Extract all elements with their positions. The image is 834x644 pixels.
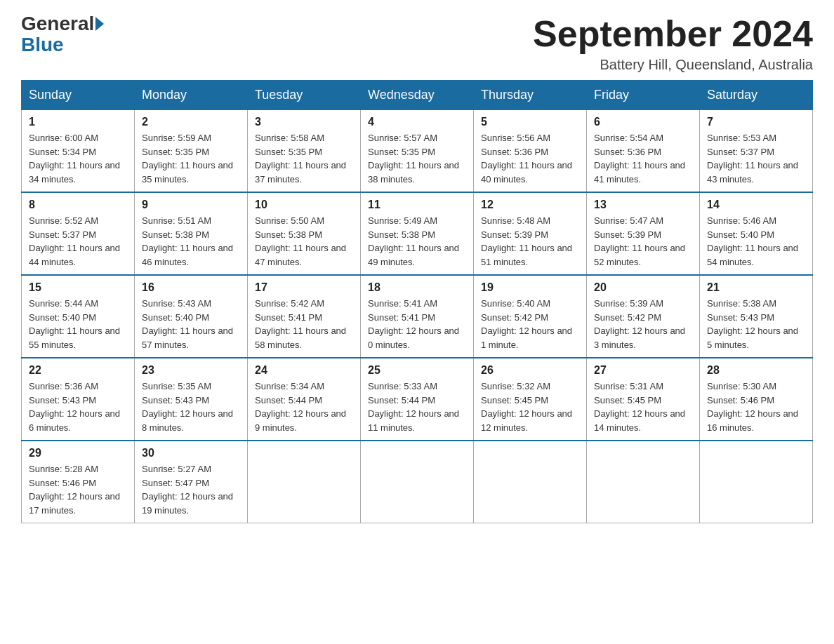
day-number: 23 [142,364,240,377]
calendar-day-cell: 17 Sunrise: 5:42 AMSunset: 5:41 PMDaylig… [248,275,361,358]
day-number: 18 [368,281,466,294]
day-info: Sunrise: 5:32 AMSunset: 5:45 PMDaylight:… [481,380,579,434]
day-info: Sunrise: 5:49 AMSunset: 5:38 PMDaylight:… [368,214,466,269]
calendar-header-saturday: Saturday [700,81,813,110]
location-text: Battery Hill, Queensland, Australia [533,57,813,73]
calendar-day-cell [248,441,361,523]
day-number: 26 [481,364,579,377]
calendar-day-cell [700,441,813,523]
day-info: Sunrise: 5:39 AMSunset: 5:42 PMDaylight:… [594,297,692,351]
day-number: 9 [142,199,240,211]
calendar-day-cell: 11 Sunrise: 5:49 AMSunset: 5:38 PMDaylig… [361,192,474,275]
calendar-day-cell: 22 Sunrise: 5:36 AMSunset: 5:43 PMDaylig… [22,358,135,441]
logo: General Blue [21,14,105,56]
day-info: Sunrise: 5:38 AMSunset: 5:43 PMDaylight:… [707,297,805,351]
day-info: Sunrise: 5:43 AMSunset: 5:40 PMDaylight:… [142,297,240,351]
day-info: Sunrise: 5:35 AMSunset: 5:43 PMDaylight:… [142,380,240,434]
day-number: 5 [481,116,579,128]
calendar-week-row: 8 Sunrise: 5:52 AMSunset: 5:37 PMDayligh… [22,192,813,275]
calendar-day-cell: 9 Sunrise: 5:51 AMSunset: 5:38 PMDayligh… [135,192,248,275]
day-info: Sunrise: 5:53 AMSunset: 5:37 PMDaylight:… [707,131,805,186]
calendar-table: SundayMondayTuesdayWednesdayThursdayFrid… [21,80,813,523]
day-info: Sunrise: 5:48 AMSunset: 5:39 PMDaylight:… [481,214,579,269]
calendar-day-cell: 19 Sunrise: 5:40 AMSunset: 5:42 PMDaylig… [474,275,587,358]
day-number: 20 [594,281,692,294]
month-title: September 2024 [533,14,813,54]
day-number: 1 [29,116,127,128]
day-info: Sunrise: 5:59 AMSunset: 5:35 PMDaylight:… [142,131,240,186]
day-number: 2 [142,116,240,128]
day-info: Sunrise: 5:27 AMSunset: 5:47 PMDaylight:… [142,462,240,517]
day-info: Sunrise: 5:40 AMSunset: 5:42 PMDaylight:… [481,297,579,351]
day-number: 11 [368,199,466,211]
day-number: 21 [707,281,805,294]
day-info: Sunrise: 5:50 AMSunset: 5:38 PMDaylight:… [255,214,353,269]
calendar-day-cell: 3 Sunrise: 5:58 AMSunset: 5:35 PMDayligh… [248,110,361,193]
calendar-day-cell: 26 Sunrise: 5:32 AMSunset: 5:45 PMDaylig… [474,358,587,441]
calendar-header-tuesday: Tuesday [248,81,361,110]
calendar-day-cell: 21 Sunrise: 5:38 AMSunset: 5:43 PMDaylig… [700,275,813,358]
day-info: Sunrise: 5:54 AMSunset: 5:36 PMDaylight:… [594,131,692,186]
day-number: 15 [29,281,127,294]
calendar-day-cell: 23 Sunrise: 5:35 AMSunset: 5:43 PMDaylig… [135,358,248,441]
calendar-day-cell: 2 Sunrise: 5:59 AMSunset: 5:35 PMDayligh… [135,110,248,193]
day-number: 30 [142,447,240,459]
calendar-day-cell [587,441,700,523]
day-number: 8 [29,199,127,211]
calendar-day-cell: 13 Sunrise: 5:47 AMSunset: 5:39 PMDaylig… [587,192,700,275]
day-number: 12 [481,199,579,211]
calendar-day-cell: 16 Sunrise: 5:43 AMSunset: 5:40 PMDaylig… [135,275,248,358]
day-info: Sunrise: 5:51 AMSunset: 5:38 PMDaylight:… [142,214,240,269]
calendar-day-cell: 12 Sunrise: 5:48 AMSunset: 5:39 PMDaylig… [474,192,587,275]
day-number: 13 [594,199,692,211]
calendar-header-wednesday: Wednesday [361,81,474,110]
calendar-day-cell: 8 Sunrise: 5:52 AMSunset: 5:37 PMDayligh… [22,192,135,275]
day-info: Sunrise: 5:57 AMSunset: 5:35 PMDaylight:… [368,131,466,186]
day-info: Sunrise: 5:58 AMSunset: 5:35 PMDaylight:… [255,131,353,186]
calendar-day-cell: 27 Sunrise: 5:31 AMSunset: 5:45 PMDaylig… [587,358,700,441]
calendar-header-thursday: Thursday [474,81,587,110]
day-info: Sunrise: 5:31 AMSunset: 5:45 PMDaylight:… [594,380,692,434]
calendar-day-cell: 18 Sunrise: 5:41 AMSunset: 5:41 PMDaylig… [361,275,474,358]
calendar-week-row: 29 Sunrise: 5:28 AMSunset: 5:46 PMDaylig… [22,441,813,523]
calendar-day-cell: 24 Sunrise: 5:34 AMSunset: 5:44 PMDaylig… [248,358,361,441]
calendar-week-row: 15 Sunrise: 5:44 AMSunset: 5:40 PMDaylig… [22,275,813,358]
day-info: Sunrise: 5:41 AMSunset: 5:41 PMDaylight:… [368,297,466,351]
day-number: 4 [368,116,466,128]
calendar-day-cell [474,441,587,523]
calendar-week-row: 22 Sunrise: 5:36 AMSunset: 5:43 PMDaylig… [22,358,813,441]
day-number: 29 [29,447,127,459]
day-info: Sunrise: 6:00 AMSunset: 5:34 PMDaylight:… [29,131,127,186]
day-info: Sunrise: 5:56 AMSunset: 5:36 PMDaylight:… [481,131,579,186]
day-info: Sunrise: 5:52 AMSunset: 5:37 PMDaylight:… [29,214,127,269]
day-number: 14 [707,199,805,211]
page-header: General Blue September 2024 Battery Hill… [21,14,813,73]
calendar-header-row: SundayMondayTuesdayWednesdayThursdayFrid… [22,81,813,110]
day-info: Sunrise: 5:46 AMSunset: 5:40 PMDaylight:… [707,214,805,269]
calendar-week-row: 1 Sunrise: 6:00 AMSunset: 5:34 PMDayligh… [22,110,813,193]
calendar-header-monday: Monday [135,81,248,110]
day-number: 16 [142,281,240,294]
calendar-day-cell: 4 Sunrise: 5:57 AMSunset: 5:35 PMDayligh… [361,110,474,193]
calendar-day-cell: 15 Sunrise: 5:44 AMSunset: 5:40 PMDaylig… [22,275,135,358]
day-info: Sunrise: 5:34 AMSunset: 5:44 PMDaylight:… [255,380,353,434]
day-number: 6 [594,116,692,128]
calendar-day-cell: 30 Sunrise: 5:27 AMSunset: 5:47 PMDaylig… [135,441,248,523]
day-number: 22 [29,364,127,377]
day-number: 25 [368,364,466,377]
day-number: 24 [255,364,353,377]
calendar-day-cell: 10 Sunrise: 5:50 AMSunset: 5:38 PMDaylig… [248,192,361,275]
logo-general-text: General [21,14,94,34]
day-number: 17 [255,281,353,294]
calendar-header-friday: Friday [587,81,700,110]
day-info: Sunrise: 5:33 AMSunset: 5:44 PMDaylight:… [368,380,466,434]
calendar-day-cell: 6 Sunrise: 5:54 AMSunset: 5:36 PMDayligh… [587,110,700,193]
logo-blue-text: Blue [21,34,64,56]
calendar-day-cell: 14 Sunrise: 5:46 AMSunset: 5:40 PMDaylig… [700,192,813,275]
day-info: Sunrise: 5:42 AMSunset: 5:41 PMDaylight:… [255,297,353,351]
logo-arrow-icon [95,17,104,31]
day-info: Sunrise: 5:36 AMSunset: 5:43 PMDaylight:… [29,380,127,434]
day-number: 27 [594,364,692,377]
calendar-day-cell: 28 Sunrise: 5:30 AMSunset: 5:46 PMDaylig… [700,358,813,441]
day-info: Sunrise: 5:30 AMSunset: 5:46 PMDaylight:… [707,380,805,434]
